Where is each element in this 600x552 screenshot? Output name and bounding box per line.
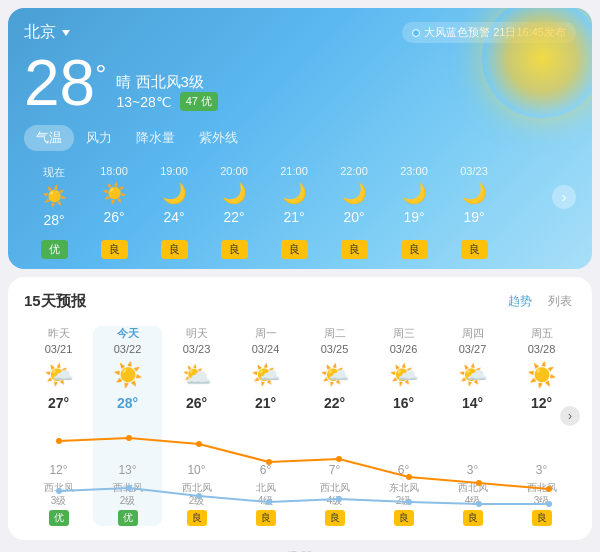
hourly-items: 现在 ☀️ 28° 18:00 ☀️ 26° 19:00 🌙 24° 20:00… <box>24 161 552 232</box>
current-temp: 28 <box>24 51 95 115</box>
list-item: 良 <box>384 240 444 259</box>
forecast-container: 昨天 03/21 🌤️ 27° 12° 西北风3级 优 今天 03/22 ☀️ … <box>24 326 576 526</box>
aqi-label: 优 <box>201 95 212 107</box>
tab-temperature[interactable]: 气温 <box>24 125 74 151</box>
list-item: 19:00 🌙 24° <box>144 161 204 232</box>
list-item: 21:00 🌙 21° <box>264 161 324 232</box>
list-item: 良 <box>204 240 264 259</box>
forecast-day-wed: 周三 03/26 🌤️ 16° 6° 东北风2级 良 <box>369 326 438 526</box>
list-item: 20:00 🌙 22° <box>204 161 264 232</box>
forecast-day-thu: 周四 03/27 🌤️ 14° 3° 西北风4级 良 <box>438 326 507 526</box>
forecast-day-today: 今天 03/22 ☀️ 28° 13° 西北风2级 优 <box>93 326 162 526</box>
forecast-day-mon: 周一 03/24 🌤️ 21° 6° 北风4级 良 <box>231 326 300 526</box>
list-item: 良 <box>264 240 324 259</box>
weather-condition: 晴 西北风3级 <box>116 73 218 92</box>
city-name[interactable]: 北京 <box>24 22 70 43</box>
aqi-value: 47 <box>186 95 198 107</box>
list-item: 优 <box>24 240 84 259</box>
list-item: 良 <box>84 240 144 259</box>
tab-uv[interactable]: 紫外线 <box>187 125 250 151</box>
aqi-row: 优 良 良 良 良 良 良 良 <box>24 232 576 269</box>
temp-unit: ° <box>95 59 106 91</box>
forecast-day-tomorrow: 明天 03/23 ⛅ 26° 10° 西北风2级 良 <box>162 326 231 526</box>
trend-view-button[interactable]: 趋势 <box>504 291 536 312</box>
forecast-section: 15天预报 趋势 列表 昨天 03/21 🌤️ 27° 12° 西北风3级 优 … <box>8 277 592 540</box>
aqi-badge: 47 优 <box>180 92 218 111</box>
forecast-day-tue: 周二 03/25 🌤️ 22° 7° 西北风4级 良 <box>300 326 369 526</box>
list-item: 良 <box>444 240 504 259</box>
forecast-day-yesterday: 昨天 03/21 🌤️ 27° 12° 西北风3级 优 <box>24 326 93 526</box>
chevron-down-icon <box>62 30 70 36</box>
tabs-row: 气温 风力 降水量 紫外线 <box>24 125 576 151</box>
forecast-day-fri: 周五 03/28 ☀️ 12° 3° 西北风3级 良 <box>507 326 576 526</box>
ir-label: IR 38 <box>0 548 600 552</box>
list-item: 良 <box>324 240 384 259</box>
forecast-scroll-right[interactable]: › <box>560 406 580 426</box>
list-view-button[interactable]: 列表 <box>544 291 576 312</box>
weather-card: 北京 大风蓝色预警 21日16:45发布 28 ° 晴 西北风3级 13~28℃… <box>8 8 592 269</box>
forecast-view-buttons: 趋势 列表 <box>504 291 576 312</box>
tab-precipitation[interactable]: 降水量 <box>124 125 187 151</box>
hourly-scroll-right[interactable]: › <box>552 185 576 209</box>
forecast-days: 昨天 03/21 🌤️ 27° 12° 西北风3级 优 今天 03/22 ☀️ … <box>24 326 576 526</box>
list-item: 18:00 ☀️ 26° <box>84 161 144 232</box>
forecast-header: 15天预报 趋势 列表 <box>24 291 576 312</box>
city-label: 北京 <box>24 22 56 43</box>
list-item: 良 <box>144 240 204 259</box>
list-item: 22:00 🌙 20° <box>324 161 384 232</box>
alert-dot-icon <box>412 29 420 37</box>
list-item: 23:00 🌙 19° <box>384 161 444 232</box>
hourly-row: 现在 ☀️ 28° 18:00 ☀️ 26° 19:00 🌙 24° 20:00… <box>24 161 576 232</box>
list-item: 03/23 🌙 19° <box>444 161 504 232</box>
temp-range-row: 13~28℃ 47 优 <box>116 92 218 111</box>
temp-range: 13~28℃ <box>116 94 171 110</box>
list-item: 现在 ☀️ 28° <box>24 161 84 232</box>
tab-wind[interactable]: 风力 <box>74 125 124 151</box>
forecast-title: 15天预报 <box>24 292 86 311</box>
